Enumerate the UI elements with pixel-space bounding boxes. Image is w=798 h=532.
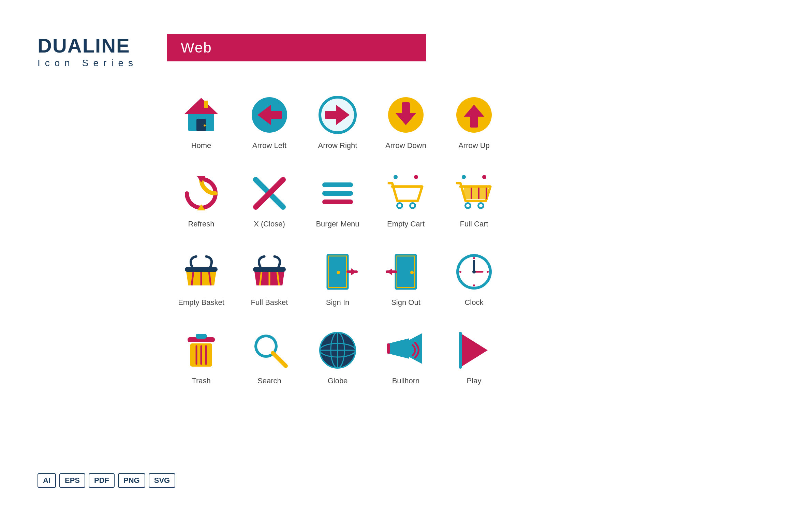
home-label: Home: [191, 141, 211, 150]
svg-point-73: [487, 271, 489, 273]
icon-full-basket: Full Basket: [235, 235, 304, 310]
sign-in-label: Sign In: [326, 298, 350, 307]
burger-menu-icon: [315, 171, 360, 216]
svg-rect-30: [322, 200, 353, 204]
icon-arrow-right: Arrow Right: [304, 78, 372, 153]
svg-marker-66: [387, 268, 392, 275]
refresh-icon: [179, 171, 223, 216]
svg-rect-52: [185, 267, 218, 272]
arrow-right-label: Arrow Right: [318, 141, 357, 150]
icon-empty-basket: Empty Basket: [167, 235, 235, 310]
svg-point-75: [459, 271, 461, 273]
arrow-left-label: Arrow Left: [252, 141, 286, 150]
svg-rect-23: [470, 113, 478, 128]
svg-point-74: [473, 284, 475, 286]
clock-label: Clock: [464, 298, 483, 307]
search-icon: [247, 328, 292, 372]
arrow-down-icon: [384, 93, 428, 137]
play-icon: [452, 328, 496, 372]
svg-point-72: [473, 257, 475, 259]
svg-marker-92: [460, 333, 488, 367]
svg-point-71: [472, 270, 476, 274]
icon-arrow-down: Arrow Down: [372, 78, 440, 153]
svg-point-31: [394, 175, 398, 179]
globe-icon: [315, 328, 360, 372]
svg-rect-28: [322, 182, 353, 187]
icon-burger-menu: Burger Menu: [304, 157, 372, 232]
icon-home: Home: [167, 78, 235, 153]
arrow-down-label: Arrow Down: [385, 141, 426, 150]
full-basket-icon: [247, 250, 292, 294]
svg-rect-77: [196, 334, 207, 339]
icon-trash: Trash: [167, 314, 235, 389]
full-cart-label: Full Cart: [460, 220, 488, 228]
svg-marker-1: [184, 98, 218, 114]
badge-ai: AI: [38, 473, 56, 488]
header-title: Web: [181, 40, 212, 56]
badge-svg: SVG: [149, 473, 175, 488]
svg-point-64: [410, 271, 414, 274]
empty-basket-icon: [179, 250, 223, 294]
header-bar: Web: [167, 34, 426, 61]
arrow-up-label: Arrow Up: [458, 141, 490, 150]
badge-eps: EPS: [59, 473, 85, 488]
brand-sub: Icon Series: [38, 58, 138, 69]
icons-grid: Home Arrow Left: [167, 78, 508, 389]
trash-label: Trash: [192, 376, 210, 385]
play-label: Play: [467, 376, 482, 385]
burger-menu-label: Burger Menu: [316, 220, 359, 228]
empty-cart-icon: [384, 171, 428, 216]
x-close-label: X (Close): [254, 220, 285, 228]
sign-in-icon: [315, 250, 360, 294]
bullhorn-label: Bullhorn: [392, 376, 420, 385]
full-basket-label: Full Basket: [251, 298, 288, 307]
icon-clock: Clock: [440, 235, 508, 310]
svg-rect-7: [268, 111, 282, 119]
svg-rect-91: [387, 343, 390, 354]
icon-refresh: Refresh: [167, 157, 235, 232]
x-close-icon: [247, 171, 292, 216]
arrow-left-icon: [247, 93, 292, 137]
sign-out-label: Sign Out: [391, 298, 420, 307]
svg-point-37: [411, 204, 414, 207]
svg-point-38: [462, 175, 466, 179]
badge-pdf: PDF: [89, 473, 115, 488]
svg-rect-17: [325, 111, 339, 119]
home-icon: [179, 93, 223, 137]
svg-line-84: [273, 353, 286, 366]
svg-rect-41: [464, 188, 488, 199]
icon-sign-out: Sign Out: [372, 235, 440, 310]
svg-point-39: [482, 175, 486, 179]
arrow-right-icon: [315, 93, 360, 137]
empty-cart-label: Empty Cart: [387, 220, 425, 228]
icon-empty-cart: Empty Cart: [372, 157, 440, 232]
svg-rect-56: [253, 267, 286, 272]
sign-out-icon: [384, 250, 428, 294]
icon-arrow-up: Arrow Up: [440, 78, 508, 153]
icon-full-cart: Full Cart: [440, 157, 508, 232]
badge-png: PNG: [118, 473, 145, 488]
svg-point-47: [466, 204, 470, 207]
svg-point-32: [414, 175, 418, 179]
svg-rect-20: [402, 102, 410, 117]
svg-marker-61: [351, 268, 356, 275]
svg-point-59: [337, 271, 340, 274]
svg-point-4: [204, 124, 206, 127]
icon-search: Search: [235, 314, 304, 389]
clock-icon: [452, 250, 496, 294]
arrow-up-icon: [452, 93, 496, 137]
format-badges: AI EPS PDF PNG SVG: [38, 473, 175, 488]
svg-rect-29: [322, 191, 353, 196]
svg-point-48: [479, 204, 483, 207]
search-label: Search: [257, 376, 281, 385]
icon-sign-in: Sign In: [304, 235, 372, 310]
icon-play: Play: [440, 314, 508, 389]
icon-x-close: X (Close): [235, 157, 304, 232]
brand-name: DUALINE: [38, 36, 138, 56]
icon-bullhorn: Bullhorn: [372, 314, 440, 389]
globe-label: Globe: [328, 376, 348, 385]
full-cart-icon: [452, 171, 496, 216]
svg-rect-2: [204, 101, 208, 108]
brand: DUALINE Icon Series: [38, 36, 138, 69]
icon-arrow-left: Arrow Left: [235, 78, 304, 153]
